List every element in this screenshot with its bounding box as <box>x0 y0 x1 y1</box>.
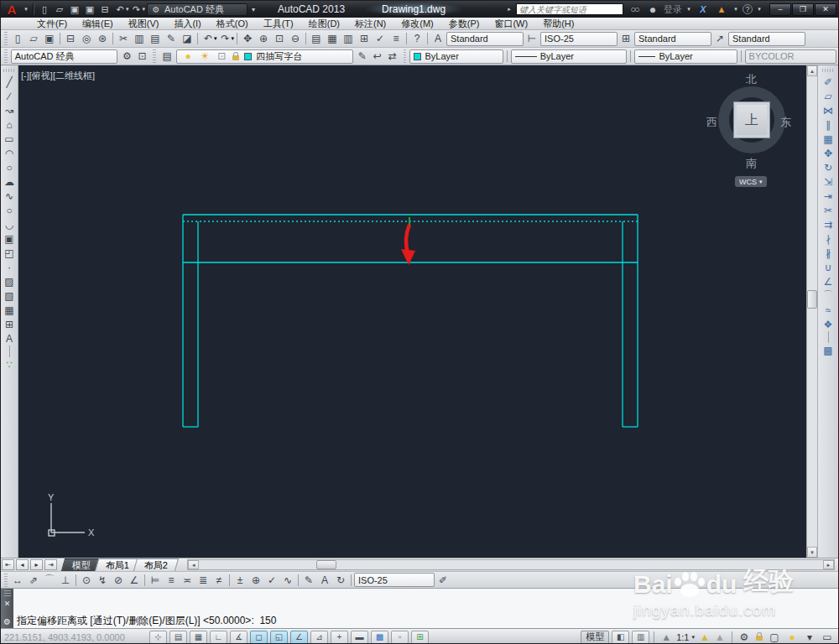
dim-update-icon[interactable]: ↻ <box>333 574 348 587</box>
table-icon[interactable]: ⊞ <box>2 317 17 331</box>
layer-properties-icon[interactable]: ▤ <box>159 49 175 63</box>
dim-space-icon[interactable]: ≣ <box>195 574 211 587</box>
line-icon[interactable]: ╱ <box>2 75 17 89</box>
stretch-icon[interactable]: ⇥ <box>821 189 836 203</box>
app-menu-caret-icon[interactable]: ▾ <box>23 3 29 16</box>
model-space-button[interactable]: 模型 <box>581 631 609 644</box>
tool-palettes-icon[interactable]: ▥ <box>341 32 356 45</box>
close-button[interactable]: ✕ <box>815 3 836 16</box>
dim-jogged-icon[interactable]: ↯ <box>95 574 110 587</box>
vertical-scroll-thumb[interactable] <box>807 290 817 309</box>
zoom-window-icon[interactable]: ⊡ <box>272 32 287 45</box>
tab-layout2[interactable]: 布局2 <box>133 558 179 571</box>
tab-last-icon[interactable]: ⇥ <box>44 559 57 570</box>
command-panel-grip[interactable]: ✕ ⚙ <box>1 589 13 628</box>
spline-icon[interactable]: ∿ <box>2 189 17 203</box>
layer-thaw-sun-icon[interactable]: ☀ <box>197 49 212 63</box>
scale-icon[interactable]: ⇲ <box>821 174 836 189</box>
tab-prev-icon[interactable]: ◂ <box>16 559 29 570</box>
quick-view-drawings-icon[interactable]: ▥ <box>632 631 649 644</box>
plot-icon[interactable]: ⊟ <box>63 32 78 45</box>
osnap3d-toggle[interactable]: ◱ <box>270 631 288 644</box>
osnap-toggle[interactable]: ◻ <box>250 631 268 644</box>
linetype-dropdown[interactable]: ByLayer <box>511 49 628 64</box>
blend-curves-icon[interactable]: ≈ <box>821 303 836 317</box>
polar-toggle[interactable]: ∡ <box>230 631 248 644</box>
open-icon[interactable]: ▱ <box>26 32 41 45</box>
dim-style-icon[interactable]: ⊢ <box>524 32 539 45</box>
layer-dropdown[interactable]: ●☀⊡ 四抽写字台 <box>176 49 353 64</box>
ellipse-arc-icon[interactable]: ◡ <box>2 217 17 231</box>
dim-break-icon[interactable]: ≠ <box>211 574 227 587</box>
dim-text-edit-icon[interactable]: A <box>317 574 332 587</box>
save-icon[interactable]: ▣ <box>67 3 82 16</box>
copy-clip-icon[interactable]: ▥ <box>132 32 147 45</box>
join-icon[interactable]: ∪ <box>821 260 836 274</box>
scroll-down-icon[interactable]: ▾ <box>807 547 817 558</box>
ortho-toggle[interactable]: ∟ <box>210 631 227 644</box>
clean-screen-icon[interactable]: ▭ <box>820 631 835 644</box>
text-style-dropdown[interactable]: Standard <box>446 32 524 46</box>
save-as-icon[interactable]: ▣ <box>82 3 97 16</box>
draworder-icon[interactable]: ▩ <box>821 343 836 357</box>
dim-style-dropdown[interactable]: ISO-25 <box>540 32 618 46</box>
lineweight-toggle[interactable]: ▬ <box>351 631 368 644</box>
annotation-visibility-icon[interactable]: ▲ <box>697 631 712 644</box>
menu-item-2[interactable]: 视图(V) <box>121 18 167 30</box>
scroll-right-icon[interactable]: ▸ <box>823 560 834 569</box>
otrack-toggle[interactable]: ∠ <box>290 631 308 644</box>
zoom-realtime-icon[interactable]: ⊕ <box>256 32 271 45</box>
pan-icon[interactable]: ✥ <box>240 32 255 45</box>
cut-icon[interactable]: ✂ <box>116 32 131 45</box>
toolbar-grip[interactable] <box>4 574 8 587</box>
menu-item-3[interactable]: 插入(I) <box>166 18 208 30</box>
cc-caret-icon[interactable]: ▾ <box>732 3 739 16</box>
polygon-icon[interactable]: ⌂ <box>2 117 17 132</box>
dim-style-icon[interactable]: ✐ <box>435 574 451 587</box>
menu-item-8[interactable]: 修改(M) <box>393 18 441 30</box>
scale-caret-icon[interactable]: ▾ <box>691 634 695 641</box>
color-dropdown[interactable]: ByLayer <box>409 49 503 64</box>
toolbar-grip[interactable] <box>822 69 834 72</box>
text-style-icon[interactable]: A <box>430 32 446 45</box>
dim-jogged-linear-icon[interactable]: ∿ <box>280 574 295 587</box>
help-caret-icon[interactable]: ▾ <box>756 3 763 16</box>
layer-unlock-icon[interactable] <box>231 49 241 63</box>
dim-baseline-icon[interactable]: ≡ <box>164 574 179 587</box>
menu-item-11[interactable]: 帮助(H) <box>535 18 581 30</box>
menu-item-6[interactable]: 绘图(D) <box>301 18 347 30</box>
undo-caret-icon[interactable]: ▾ <box>214 35 217 42</box>
match-properties-icon[interactable]: ✎ <box>164 32 179 45</box>
annotation-scale-icon[interactable]: ▲ <box>659 631 674 644</box>
paste-icon[interactable]: ▤ <box>148 32 163 45</box>
fillet-icon[interactable]: ⌒ <box>821 288 836 303</box>
new-icon[interactable]: ▯ <box>10 32 25 45</box>
dim-angular-icon[interactable]: ∠ <box>127 574 142 587</box>
layer-vp-freeze-icon[interactable]: ⊡ <box>214 49 229 63</box>
menu-item-10[interactable]: 窗口(W) <box>487 18 535 30</box>
center-mark-icon[interactable]: ⊕ <box>248 574 263 587</box>
designcenter-icon[interactable]: ▦ <box>325 32 340 45</box>
circle-icon[interactable]: ○ <box>2 160 17 174</box>
table-style-icon[interactable]: ⊞ <box>618 32 633 45</box>
layer-previous-icon[interactable]: ↩ <box>370 49 385 63</box>
dim-arc-length-icon[interactable]: ⌒ <box>42 574 57 587</box>
block-editor-icon[interactable]: ◪ <box>180 32 195 45</box>
viewcube-top-face[interactable]: 上 <box>733 101 770 138</box>
flyout-arrow-icon[interactable]: ▸ <box>506 3 513 16</box>
copy-icon[interactable]: ▱ <box>821 89 836 103</box>
mirror-icon[interactable]: ⋈ <box>821 103 836 117</box>
arc-icon[interactable]: ◠ <box>2 146 17 160</box>
extend-icon[interactable]: ⇉ <box>821 217 836 231</box>
workspace-settings-icon[interactable]: ⊡ <box>134 49 149 63</box>
toolbar-grip[interactable] <box>4 32 8 45</box>
lineweight-dropdown[interactable]: ByLayer <box>634 49 737 64</box>
vertical-scrollbar[interactable]: ▴ ▾ <box>806 65 817 558</box>
open-icon[interactable]: ▱ <box>52 3 67 16</box>
restore-button[interactable]: ❐ <box>792 3 814 16</box>
help-icon[interactable]: ? <box>743 4 753 14</box>
quick-dim-icon[interactable]: ⊨ <box>148 574 163 587</box>
infer-constraints-toggle[interactable]: ⊹ <box>149 631 167 644</box>
dim-aligned-icon[interactable]: ⇗ <box>26 574 41 587</box>
plot-icon[interactable]: ⊟ <box>97 3 112 16</box>
